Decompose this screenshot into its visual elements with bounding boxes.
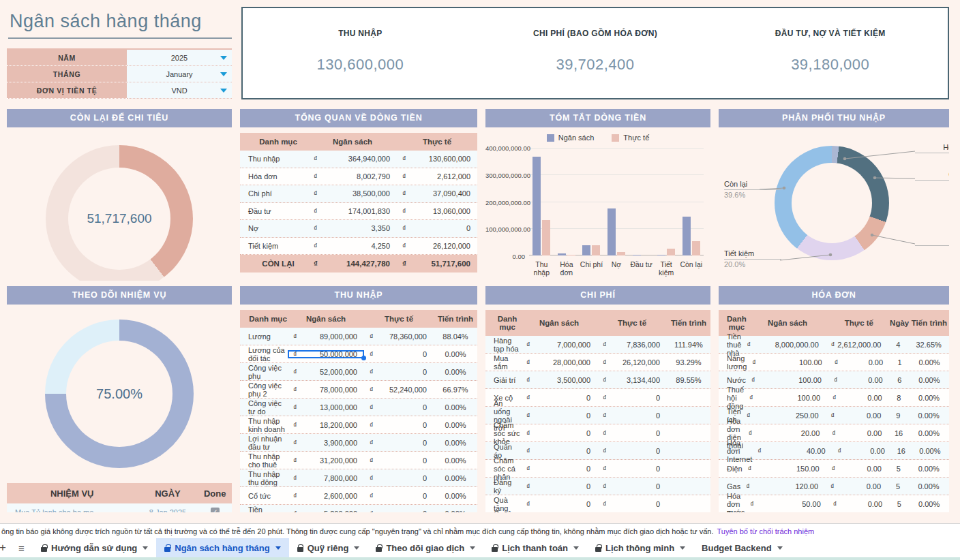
actual-cell[interactable]: ₫0 — [364, 456, 434, 465]
category-cell[interactable]: Đầu tư — [240, 207, 308, 215]
progress-cell[interactable]: 89.55% — [667, 376, 710, 384]
actual-cell[interactable]: ₫37,090,400 — [397, 189, 477, 198]
budget-cell[interactable]: ₫50.00 — [745, 500, 828, 508]
budget-cell[interactable]: ₫7,800,000 — [288, 474, 364, 482]
progress-cell[interactable]: 32.65% — [908, 341, 949, 349]
budget-cell[interactable]: ₫20.00 — [743, 429, 826, 437]
day-cell[interactable]: 5 — [888, 465, 909, 473]
actual-cell[interactable]: ₫0 — [364, 350, 434, 358]
selection-handle[interactable] — [361, 356, 366, 360]
sheet-tab[interactable]: Theo dõi giao dịch — [368, 538, 483, 557]
category-cell[interactable]: Lợi nhuận đầu tư — [240, 435, 288, 451]
chevron-down-icon[interactable] — [142, 546, 148, 550]
category-cell[interactable]: Thu nhập kinh doanh — [240, 417, 288, 433]
actual-cell[interactable]: ₫0 — [364, 439, 434, 447]
category-cell[interactable]: Chi phí — [240, 189, 308, 198]
progress-cell[interactable]: 0.00% — [434, 439, 477, 447]
sheet-tab[interactable]: Quỹ riêng — [289, 538, 368, 557]
category-cell[interactable]: Lương của đối tác — [240, 346, 288, 362]
progress-cell[interactable]: 0.00% — [434, 421, 477, 429]
cashflow-overview-total-row[interactable]: CÒN LẠI ₫144,427,780 ₫51,717,600 — [240, 255, 477, 273]
progress-cell[interactable]: 0.00% — [434, 350, 477, 358]
day-cell[interactable]: 4 — [888, 341, 908, 349]
add-sheet-button[interactable]: + — [0, 541, 10, 555]
actual-cell[interactable]: ₫0 — [364, 421, 434, 429]
actual-cell[interactable]: ₫0.00 — [829, 358, 890, 367]
budget-cell[interactable]: ₫0 — [521, 394, 597, 402]
actual-cell[interactable]: ₫0.00 — [832, 447, 892, 455]
progress-cell[interactable]: 0.00% — [909, 394, 949, 402]
budget-cell[interactable]: ₫50,000,000 — [288, 350, 364, 358]
chevron-down-icon[interactable] — [777, 546, 783, 550]
progress-cell[interactable]: 0.00% — [434, 368, 477, 376]
category-cell[interactable]: Chăm sóc sức khỏe — [485, 421, 521, 446]
filter-value-select[interactable]: VND — [127, 82, 232, 99]
actual-cell[interactable]: ₫0.00 — [826, 465, 888, 473]
day-cell[interactable]: 16 — [892, 447, 911, 455]
actual-cell[interactable]: ₫7,836,000 — [597, 341, 667, 349]
actual-cell[interactable]: ₫0 — [597, 482, 667, 491]
budget-cell[interactable]: ₫0 — [521, 482, 597, 491]
task-date-cell[interactable]: 8 Jan 2025 — [137, 508, 198, 513]
actual-cell[interactable]: ₫3,134,400 — [597, 376, 667, 384]
actual-cell[interactable]: ₫52,240,000 — [364, 386, 434, 394]
category-cell[interactable]: Nợ — [240, 224, 308, 232]
actual-cell[interactable]: ₫26,120,000 — [597, 358, 667, 367]
filter-value-select[interactable]: January — [127, 66, 232, 82]
actual-cell[interactable]: ₫0.00 — [827, 394, 889, 402]
category-cell[interactable]: Thu nhập thụ động — [240, 470, 288, 486]
category-cell[interactable]: Cổ tức — [240, 492, 288, 500]
progress-cell[interactable]: 0.00% — [910, 376, 949, 384]
category-cell[interactable]: Công việc tự do — [240, 399, 288, 416]
category-cell[interactable]: Đăng ký — [485, 478, 521, 495]
day-cell[interactable]: 9 — [888, 411, 908, 420]
category-cell[interactable]: Hóa đơn Internet — [719, 439, 752, 463]
progress-cell[interactable]: 0.00% — [908, 411, 949, 420]
budget-cell[interactable]: ₫7,000,000 — [521, 341, 597, 349]
actual-cell[interactable]: ₫0 — [364, 474, 434, 482]
chevron-down-icon[interactable] — [680, 546, 685, 550]
budget-cell[interactable]: ₫38,500,000 — [308, 189, 397, 198]
day-cell[interactable]: 5 — [889, 500, 909, 508]
category-cell[interactable]: Giải trí — [485, 376, 521, 384]
actual-cell[interactable]: ₫2,612,000 — [397, 172, 477, 181]
actual-cell[interactable]: ₫0.00 — [826, 411, 888, 420]
budget-cell[interactable]: ₫0 — [521, 465, 597, 473]
budget-cell[interactable]: ₫174,001,830 — [308, 207, 397, 215]
actual-cell[interactable]: ₫13,060,000 — [397, 207, 477, 215]
chevron-down-icon[interactable] — [220, 72, 227, 76]
actual-cell[interactable]: ₫0 — [597, 411, 667, 420]
category-cell[interactable]: Chăm sóc cá nhân — [485, 456, 521, 481]
sheet-tab[interactable]: Lịch thông minh — [587, 538, 693, 557]
sheet-tab[interactable]: Hướng dẫn sử dụng — [33, 538, 156, 557]
category-cell[interactable]: Thu nhập cho thuê — [240, 452, 288, 469]
category-cell[interactable]: Gas — [719, 482, 740, 491]
progress-cell[interactable]: 0.00% — [434, 403, 477, 411]
chevron-down-icon[interactable] — [354, 546, 359, 550]
progress-cell[interactable]: 88.04% — [434, 332, 477, 341]
progress-cell[interactable]: 0.00% — [434, 510, 477, 513]
budget-cell[interactable]: ₫78,000,000 — [288, 386, 364, 394]
progress-cell[interactable]: 0.00% — [909, 500, 949, 508]
budget-cell[interactable]: ₫3,900,000 — [288, 439, 364, 447]
progress-cell[interactable]: 0.00% — [434, 456, 477, 465]
category-cell[interactable]: Tiền thuê nhà — [719, 332, 741, 357]
actual-cell[interactable]: ₫0 — [597, 429, 667, 437]
budget-cell[interactable]: ₫100.00 — [744, 394, 827, 402]
budget-cell[interactable]: ₫3,500,000 — [521, 376, 597, 384]
actual-cell[interactable]: ₫0 — [597, 394, 667, 402]
chevron-down-icon[interactable] — [573, 546, 579, 550]
progress-cell[interactable]: 111.94% — [667, 341, 710, 349]
category-cell[interactable]: Công việc phụ — [240, 364, 288, 380]
actual-cell[interactable]: ₫0 — [597, 447, 667, 455]
budget-cell[interactable]: ₫4,250 — [308, 242, 397, 250]
actual-cell[interactable]: ₫0.00 — [826, 429, 888, 437]
actual-cell[interactable]: ₫0.00 — [828, 376, 890, 384]
budget-cell[interactable]: ₫0 — [521, 447, 597, 455]
category-cell[interactable]: Thu nhập — [240, 155, 308, 163]
sheet-tab[interactable]: Lịch thanh toán — [483, 538, 587, 557]
actual-cell[interactable]: ₫0.00 — [828, 500, 889, 508]
actual-cell[interactable]: ₫0.00 — [825, 482, 888, 491]
budget-cell[interactable]: ₫8,002,790 — [308, 172, 397, 181]
budget-cell[interactable]: ₫28,000,000 — [521, 358, 597, 367]
